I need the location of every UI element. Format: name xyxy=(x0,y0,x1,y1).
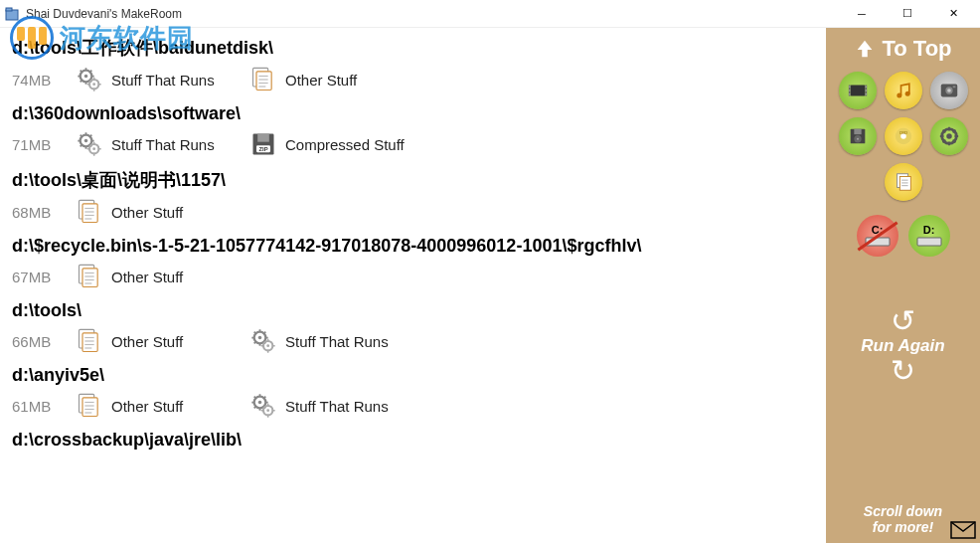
svg-point-75 xyxy=(946,133,952,139)
category-label: Other Stuff xyxy=(285,72,357,89)
svg-point-5 xyxy=(92,83,95,86)
entry-path[interactable]: d:\$recycle.bin\s-1-5-21-1057774142-9170… xyxy=(12,236,814,257)
entry: d:\tools\工作软件\baidunetdisk\74MBStuff Tha… xyxy=(12,36,814,93)
svg-point-55 xyxy=(849,87,850,88)
category-label: Other Stuff xyxy=(111,398,183,415)
svg-text:ZIP: ZIP xyxy=(258,146,267,152)
category-other-stuff[interactable]: Other Stuff xyxy=(76,198,240,226)
svg-rect-52 xyxy=(850,86,865,96)
entry-path[interactable]: d:\tools\ xyxy=(12,300,814,321)
svg-rect-7 xyxy=(256,72,271,90)
category-other-stuff[interactable]: Other Stuff xyxy=(249,66,413,93)
category-other-stuff[interactable]: Other Stuff xyxy=(76,392,240,420)
arrow-up-icon xyxy=(854,38,876,60)
filter-dvd-button[interactable]: DVD xyxy=(885,117,922,155)
gear-icon xyxy=(249,392,277,420)
svg-point-3 xyxy=(84,75,88,79)
svg-point-70 xyxy=(857,138,859,140)
svg-rect-1 xyxy=(6,8,12,11)
category-label: Stuff That Runs xyxy=(111,72,215,89)
maximize-button[interactable]: ☐ xyxy=(885,0,930,28)
entry-size: 71MB xyxy=(12,136,66,153)
entry-details: 67MBOther Stuff xyxy=(12,263,814,290)
entry-size: 61MB xyxy=(12,398,66,415)
drive-d-button[interactable]: D: xyxy=(908,215,950,257)
filter-music-button[interactable] xyxy=(885,72,922,109)
drive-row: C: D: xyxy=(857,215,950,257)
category-stuff-that-runs[interactable]: Stuff That Runs xyxy=(249,327,413,355)
category-other-stuff[interactable]: Other Stuff xyxy=(76,327,240,355)
svg-point-41 xyxy=(266,344,269,347)
entry-size: 68MB xyxy=(12,204,66,221)
drive-c-button[interactable]: C: xyxy=(857,215,898,257)
sidebar: To Top DVD xyxy=(826,28,980,543)
svg-text:DVD: DVD xyxy=(899,131,907,135)
category-stuff-that-runs[interactable]: Stuff That Runs xyxy=(76,66,240,93)
category-label: Other Stuff xyxy=(111,333,183,350)
filter-images-button[interactable] xyxy=(930,72,968,109)
gear-icon xyxy=(76,66,103,93)
svg-point-51 xyxy=(266,409,269,412)
app-icon xyxy=(4,6,20,22)
svg-rect-81 xyxy=(866,238,890,246)
svg-point-58 xyxy=(865,87,866,88)
mail-icon[interactable] xyxy=(950,521,976,539)
docs-icon xyxy=(76,198,103,226)
category-label: Compressed Stuff xyxy=(285,136,405,153)
entry-details: 74MBStuff That RunsOther Stuff xyxy=(12,66,814,93)
docs-icon xyxy=(76,327,103,355)
run-again-button[interactable]: ↺ Run Again ↺ xyxy=(861,306,944,386)
category-compressed-stuff[interactable]: ZIPCompressed Stuff xyxy=(249,130,413,158)
svg-rect-21 xyxy=(82,204,97,223)
filter-documents-button[interactable] xyxy=(885,163,922,201)
entry-details: 68MBOther Stuff xyxy=(12,198,814,226)
svg-point-39 xyxy=(258,336,262,340)
category-other-stuff[interactable]: Other Stuff xyxy=(76,263,240,290)
category-label: Stuff That Runs xyxy=(111,136,215,153)
entry: d:\$recycle.bin\s-1-5-21-1057774142-9170… xyxy=(12,236,814,290)
svg-rect-33 xyxy=(82,333,97,352)
svg-point-57 xyxy=(849,93,850,94)
category-label: Other Stuff xyxy=(111,269,183,285)
zip-icon: ZIP xyxy=(249,130,277,158)
to-top-button[interactable]: To Top xyxy=(854,36,951,62)
entry-path[interactable]: d:\360downloads\software\ xyxy=(12,103,814,124)
svg-rect-68 xyxy=(854,129,861,135)
window-title: Shai Duvdevani's MakeRoom xyxy=(26,7,839,21)
filter-settings-button[interactable] xyxy=(930,117,968,155)
filter-grid: DVD xyxy=(832,72,974,201)
filter-disk-button[interactable] xyxy=(839,117,877,155)
svg-point-59 xyxy=(865,90,866,90)
svg-rect-82 xyxy=(917,238,941,246)
entry-details: 71MBStuff That RunsZIPCompressed Stuff xyxy=(12,130,814,158)
entry-path[interactable]: d:\tools\桌面\说明书\1157\ xyxy=(12,168,814,192)
svg-rect-66 xyxy=(952,86,955,88)
docs-icon xyxy=(76,392,103,420)
entry-size: 74MB xyxy=(12,72,66,89)
svg-point-65 xyxy=(947,89,951,92)
titlebar: Shai Duvdevani's MakeRoom ─ ☐ ✕ xyxy=(0,0,980,28)
gear-icon xyxy=(76,130,103,158)
entry-size: 67MB xyxy=(12,269,66,285)
category-stuff-that-runs[interactable]: Stuff That Runs xyxy=(76,130,240,158)
category-stuff-that-runs[interactable]: Stuff That Runs xyxy=(249,392,413,420)
entry-path[interactable]: d:\crossbackup\java\jre\lib\ xyxy=(12,430,814,451)
window-controls: ─ ☐ ✕ xyxy=(839,0,976,28)
svg-point-13 xyxy=(84,139,88,143)
filter-video-button[interactable] xyxy=(839,72,877,109)
entry-path[interactable]: d:\tools\工作软件\baidunetdisk\ xyxy=(12,36,814,60)
category-label: Stuff That Runs xyxy=(285,398,389,415)
category-label: Other Stuff xyxy=(111,204,183,221)
svg-point-60 xyxy=(865,93,866,94)
minimize-button[interactable]: ─ xyxy=(839,0,885,28)
svg-point-61 xyxy=(897,93,901,98)
entry-details: 61MBOther StuffStuff That Runs xyxy=(12,392,814,420)
docs-icon xyxy=(76,263,103,290)
svg-rect-27 xyxy=(82,269,97,287)
entry-path[interactable]: d:\anyiv5e\ xyxy=(12,365,814,386)
svg-point-15 xyxy=(92,147,95,150)
close-button[interactable]: ✕ xyxy=(930,0,976,28)
svg-point-56 xyxy=(849,90,850,90)
results-list: d:\tools\工作软件\baidunetdisk\74MBStuff Tha… xyxy=(0,28,826,543)
entry: d:\360downloads\software\71MBStuff That … xyxy=(12,103,814,158)
